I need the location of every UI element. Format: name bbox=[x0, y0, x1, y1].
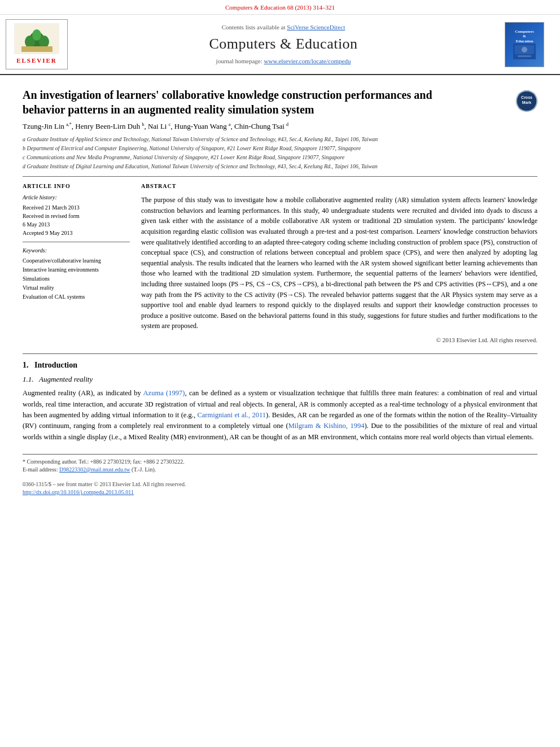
email-link[interactable]: D98223302@mail.ntust.edu.tw bbox=[59, 466, 130, 473]
affiliations: a Graduate Institute of Applied Science … bbox=[23, 135, 537, 171]
intro-sub-num: 1.1. bbox=[23, 375, 34, 383]
journal-header: ELSEVIER Contents lists available at Sci… bbox=[0, 15, 560, 75]
svg-point-5 bbox=[32, 29, 41, 41]
journal-thumbnail-area: Computers&Education bbox=[499, 19, 550, 69]
corresponding-author-note: * Corresponding author. Tel.: +886 2 273… bbox=[23, 458, 537, 466]
keyword-5: Evaluation of CAL systems bbox=[23, 292, 130, 302]
keywords-heading: Keywords: bbox=[23, 247, 130, 255]
revised-date: 6 May 2013 bbox=[23, 220, 130, 229]
azuma-ref-link[interactable]: Azuma (1997) bbox=[143, 389, 185, 397]
keyword-2: Interactive learning environments bbox=[23, 265, 130, 274]
intro-body-text: Augmented reality (AR), as indicated by … bbox=[23, 388, 537, 443]
elsevier-tree-image bbox=[14, 23, 59, 54]
doi-link[interactable]: http://dx.doi.org/10.1016/j.compedu.2013… bbox=[23, 489, 134, 495]
keyword-1: Cooperative/collaborative learning bbox=[23, 256, 130, 265]
article-history-section: Article history: Received 21 March 2013 … bbox=[23, 194, 130, 237]
milgram-ref-link[interactable]: Milgram & Kishino, 1994 bbox=[288, 422, 365, 430]
article-info-abstract-row: ARTICLE INFO Article history: Received 2… bbox=[23, 176, 537, 344]
crossmark-area: Cross Mark bbox=[516, 90, 537, 112]
bottom-info-bar: 0360-1315/$ – see front matter © 2013 El… bbox=[23, 480, 537, 496]
authors-line: Tzung-Jin Lin a,*, Henry Been-Lirn Duh b… bbox=[23, 121, 537, 132]
article-info-panel: ARTICLE INFO Article history: Received 2… bbox=[23, 182, 130, 344]
affiliation-d: d Graduate Institute of Digital Learning… bbox=[23, 162, 537, 171]
received-date: Received 21 March 2013 bbox=[23, 203, 130, 212]
keyword-3: Simulations bbox=[23, 274, 130, 283]
svg-rect-6 bbox=[21, 46, 53, 52]
section-divider-1 bbox=[23, 353, 537, 354]
svg-rect-10 bbox=[518, 55, 531, 57]
info-divider bbox=[23, 242, 130, 242]
keyword-4: Virtual reality bbox=[23, 283, 130, 292]
crossmark-icon: Cross Mark bbox=[516, 90, 537, 112]
introduction-section: 1. Introduction 1.1. Augmented reality A… bbox=[23, 360, 537, 443]
article-title: An investigation of learners' collaborat… bbox=[23, 88, 474, 117]
abstract-text: The purpose of this study was to investi… bbox=[141, 195, 537, 331]
intro-section-num: 1. bbox=[23, 361, 29, 369]
abstract-heading: ABSTRACT bbox=[141, 182, 537, 190]
carmigniani-ref-link[interactable]: Carmigniani et al., 2011 bbox=[197, 411, 266, 419]
doi-line: http://dx.doi.org/10.1016/j.compedu.2013… bbox=[23, 488, 537, 496]
intro-section-heading: 1. Introduction bbox=[23, 360, 537, 371]
received-revised-label: Received in revised form bbox=[23, 212, 130, 220]
intro-section-title: Introduction bbox=[34, 361, 77, 369]
affiliation-c: c Communications and New Media Programme… bbox=[23, 153, 537, 161]
journal-homepage: journal homepage: www.elsevier.com/locat… bbox=[216, 57, 351, 65]
footnote-section: * Corresponding author. Tel.: +886 2 273… bbox=[23, 454, 537, 474]
intro-subsection-heading: 1.1. Augmented reality bbox=[23, 374, 537, 385]
elsevier-brand: ELSEVIER bbox=[16, 56, 57, 65]
history-heading: Article history: bbox=[23, 194, 130, 202]
journal-reference-bar: Computers & Education 68 (2013) 314–321 bbox=[0, 0, 560, 15]
journal-ref-text: Computers & Education 68 (2013) 314–321 bbox=[225, 4, 335, 11]
authors-text: Tzung-Jin Lin a,*, Henry Been-Lirn Duh b… bbox=[23, 122, 288, 130]
svg-text:Cross: Cross bbox=[521, 95, 532, 99]
keywords-section: Keywords: Cooperative/collaborative lear… bbox=[23, 247, 130, 302]
journal-header-center: Contents lists available at SciVerse Sci… bbox=[73, 19, 493, 69]
affiliation-a: a Graduate Institute of Applied Science … bbox=[23, 135, 537, 143]
intro-sub-title: Augmented reality bbox=[39, 375, 93, 383]
journal-title: Computers & Education bbox=[209, 34, 357, 54]
issn-line: 0360-1315/$ – see front matter © 2013 El… bbox=[23, 480, 537, 488]
keyword-list: Cooperative/collaborative learning Inter… bbox=[23, 256, 130, 302]
abstract-panel: ABSTRACT The purpose of this study was t… bbox=[141, 182, 537, 344]
email-line: E-mail address: D98223302@mail.ntust.edu… bbox=[23, 466, 537, 474]
article-title-area: Cross Mark An investigation of learners'… bbox=[23, 88, 537, 117]
svg-point-9 bbox=[522, 47, 527, 53]
elsevier-svg bbox=[16, 25, 58, 53]
sciverse-line: Contents lists available at SciVerse Sci… bbox=[222, 23, 345, 32]
contents-text: Contents lists available at bbox=[222, 24, 286, 30]
main-content-area: Cross Mark An investigation of learners'… bbox=[0, 75, 560, 502]
cover-graphic bbox=[513, 43, 536, 59]
email-name: (T.-J. Lin). bbox=[132, 466, 156, 473]
homepage-link[interactable]: www.elsevier.com/locate/compedu bbox=[264, 58, 351, 64]
svg-text:Mark: Mark bbox=[522, 101, 531, 104]
copyright-line: © 2013 Elsevier Ltd. All rights reserved… bbox=[141, 336, 537, 344]
accepted-date: Accepted 9 May 2013 bbox=[23, 229, 130, 237]
affiliation-b: b Department of Electrical and Computer … bbox=[23, 144, 537, 152]
article-info-heading: ARTICLE INFO bbox=[23, 182, 130, 190]
email-label: E-mail address: bbox=[23, 466, 58, 473]
sciverse-link[interactable]: SciVerse ScienceDirect bbox=[287, 24, 345, 30]
journal-cover-thumbnail: Computers&Education bbox=[505, 22, 544, 67]
elsevier-logo: ELSEVIER bbox=[6, 19, 68, 69]
